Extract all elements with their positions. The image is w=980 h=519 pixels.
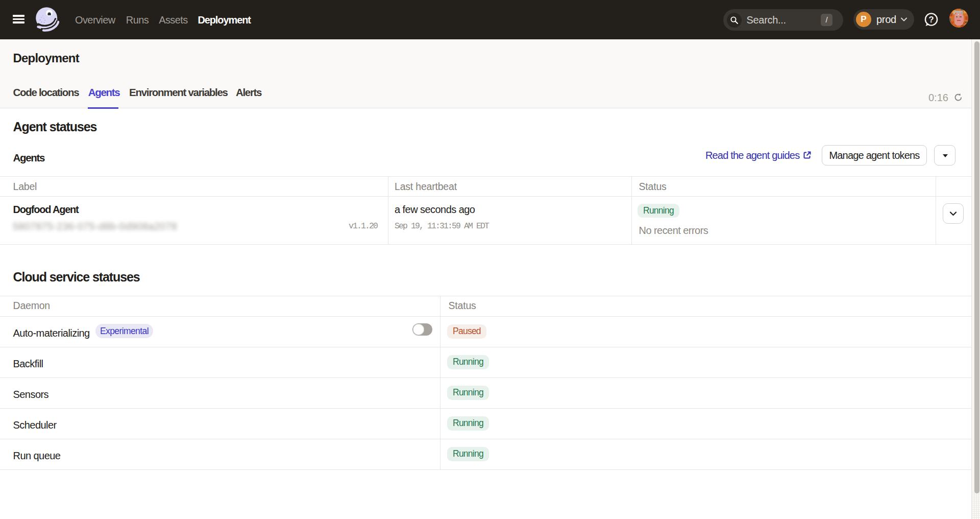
svg-text:?: ? — [928, 15, 934, 24]
